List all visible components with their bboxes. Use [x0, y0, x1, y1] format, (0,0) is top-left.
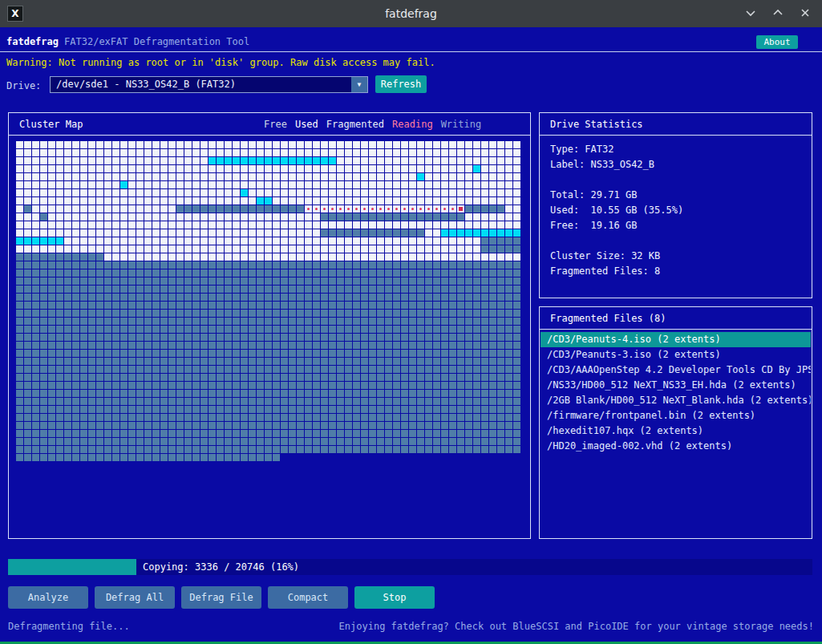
cluster-cell [393, 173, 400, 180]
panel-separator [540, 135, 812, 136]
fragmented-file-item[interactable]: /CD3/Peanuts-3.iso (2 extents) [541, 347, 811, 363]
cluster-cell [417, 382, 424, 389]
cluster-cell [313, 261, 320, 269]
cluster-cell [257, 390, 264, 397]
cluster-cell [104, 406, 111, 413]
cluster-cell [281, 229, 288, 237]
cluster-cell [409, 261, 416, 269]
cluster-cell [192, 454, 200, 461]
cluster-cell [465, 382, 472, 389]
cluster-cell [184, 446, 192, 453]
cluster-cell [176, 406, 184, 413]
cluster-cell [48, 422, 55, 429]
cluster-cell [217, 334, 224, 341]
cluster-cell [144, 277, 152, 285]
cluster-cell [225, 213, 232, 221]
cluster-cell [104, 173, 111, 180]
window-close-button[interactable] [795, 3, 816, 24]
cluster-cell [297, 149, 304, 156]
cluster-cell [192, 277, 200, 285]
cluster-cell [80, 438, 87, 445]
cluster-cell [385, 221, 392, 229]
cluster-cell [48, 221, 55, 229]
window-maximize-button[interactable] [767, 3, 788, 24]
drive-combobox[interactable]: /dev/sde1 - NS33_OS42_B (FAT32) ▼ [50, 76, 368, 93]
defrag-file-button[interactable]: Defrag File [181, 586, 261, 609]
cluster-cell [321, 189, 328, 196]
cluster-cell [200, 245, 208, 253]
cluster-cell [497, 398, 504, 405]
cluster-cell [401, 342, 408, 349]
cluster-cell [80, 430, 87, 437]
defrag-all-button[interactable]: Defrag All [95, 586, 175, 609]
fragmented-file-item[interactable]: /NS33/HD00_512 NeXT_NS33_EH.hda (2 exten… [541, 378, 811, 393]
cluster-cell [265, 245, 272, 253]
cluster-cell [297, 302, 304, 309]
cluster-cell [40, 165, 47, 172]
cluster-cell [233, 390, 240, 397]
drive-dropdown-arrow[interactable]: ▼ [351, 77, 367, 92]
cluster-cell [281, 253, 288, 261]
window-minimize-button[interactable] [740, 3, 761, 24]
cluster-cell [136, 197, 144, 205]
cluster-cell [409, 277, 416, 285]
fragmented-file-item[interactable]: /HD20_imaged-002.vhd (2 extents) [541, 439, 811, 454]
fragmented-file-item[interactable]: /2GB Blank/HD00_512 NeXT_Blank.hda (2 ex… [541, 393, 811, 408]
stop-button[interactable]: Stop [354, 586, 435, 609]
cluster-cell [377, 318, 384, 325]
cluster-cell [144, 318, 152, 325]
about-button[interactable]: About [756, 35, 798, 49]
panel-separator [9, 135, 530, 136]
fragmented-file-item[interactable]: /hexedit107.hqx (2 extents) [541, 423, 811, 439]
cluster-cell [24, 294, 31, 301]
cluster-cell [377, 350, 384, 357]
cluster-cell [160, 221, 168, 229]
cluster-cell [337, 382, 344, 389]
cluster-cell [192, 197, 200, 205]
cluster-cell [200, 197, 208, 205]
cluster-cell [513, 221, 520, 229]
cluster-cell [265, 438, 272, 445]
cluster-cell [369, 205, 376, 213]
cluster-cell [88, 157, 95, 164]
analyze-button[interactable]: Analyze [8, 586, 88, 609]
cluster-cell [297, 438, 304, 445]
cluster-cell [313, 286, 320, 293]
cluster-cell [385, 165, 392, 172]
compact-button[interactable]: Compact [268, 586, 348, 609]
fragmented-file-item[interactable]: /CD3/Peanuts-4.iso (2 extents) [541, 332, 811, 347]
cluster-cell [385, 422, 392, 429]
cluster-cell [80, 446, 87, 453]
cluster-cell [337, 350, 344, 357]
cluster-cell [96, 261, 103, 269]
cluster-cell [209, 326, 216, 333]
cluster-cell [505, 229, 512, 237]
cluster-cell [305, 221, 312, 229]
cluster-cell [273, 197, 280, 205]
cluster-cell [505, 245, 512, 253]
cluster-cell [377, 141, 384, 148]
cluster-cell [225, 286, 232, 293]
cluster-cell [449, 205, 456, 213]
cluster-cell [473, 141, 480, 148]
cluster-cell [489, 414, 496, 421]
cluster-cell [265, 213, 272, 221]
cluster-cell [209, 286, 216, 293]
fragmented-file-item[interactable]: /CD3/AAAOpenStep 4.2 Developer Tools CD … [541, 363, 811, 378]
cluster-cell [385, 205, 392, 213]
cluster-cell [481, 229, 488, 237]
cluster-cell [481, 390, 488, 397]
cluster-cell [176, 430, 184, 437]
cluster-cell [112, 245, 119, 253]
cluster-cell [449, 422, 456, 429]
cluster-cell [433, 326, 440, 333]
cluster-cell [329, 197, 336, 205]
cluster-cell [417, 149, 424, 156]
cluster-cell [217, 197, 224, 205]
cluster-cell [337, 229, 344, 237]
cluster-cell [449, 237, 456, 245]
fragmented-file-item[interactable]: /firmware/frontpanel.bin (2 extents) [541, 408, 811, 423]
cluster-cell [128, 398, 136, 405]
cluster-cell [449, 310, 456, 317]
refresh-button[interactable]: Refresh [375, 75, 427, 93]
